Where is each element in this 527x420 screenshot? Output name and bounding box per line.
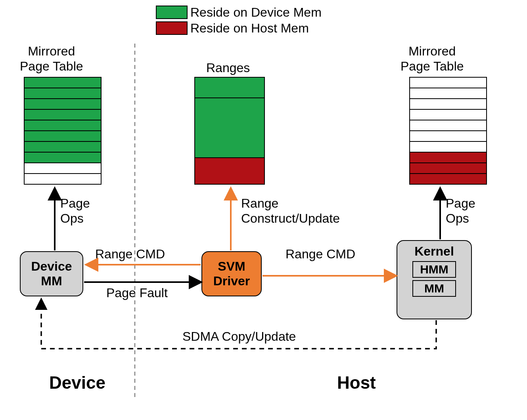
right-table-row <box>410 98 486 109</box>
kernel-sub-hmm: HMM <box>412 261 456 278</box>
left-page-table <box>24 77 102 185</box>
kernel-title: Kernel <box>414 244 454 259</box>
legend-swatch-device <box>156 6 188 19</box>
device-mm-line2: MM <box>41 274 62 288</box>
left-table-row <box>25 98 101 109</box>
range-construct-label: Range Construct/Update <box>241 196 340 226</box>
right-table-row <box>410 130 486 141</box>
device-mm-node: Device MM <box>20 251 83 296</box>
ranges-block <box>194 77 265 185</box>
right-table-title: Mirrored Page Table <box>401 44 464 74</box>
legend-swatch-host <box>156 21 188 35</box>
svm-driver-line2: Driver <box>213 274 250 288</box>
left-table-row <box>25 141 101 152</box>
right-table-row <box>410 78 486 88</box>
right-table-row <box>410 162 486 173</box>
ranges-title: Ranges <box>206 60 250 75</box>
right-table-row <box>410 152 486 162</box>
right-table-row <box>410 141 486 152</box>
ranges-segment <box>195 97 264 157</box>
ranges-segment <box>195 157 264 184</box>
sdma-label: SDMA Copy/Update <box>182 329 296 344</box>
right-table-row <box>410 109 486 120</box>
right-table-row <box>410 120 486 130</box>
right-table-row <box>410 173 486 184</box>
page-ops-left-label: Page Ops <box>60 196 90 226</box>
host-zone-label: Host <box>337 372 376 393</box>
right-page-table <box>409 77 487 185</box>
left-table-row <box>25 109 101 120</box>
legend-label-device: Reside on Device Mem <box>190 5 322 20</box>
left-table-row <box>25 88 101 98</box>
ranges-segment <box>195 78 264 97</box>
right-table-row <box>410 88 486 98</box>
left-table-row <box>25 130 101 141</box>
legend-label-host: Reside on Host Mem <box>190 21 309 36</box>
svm-driver-line1: SVM <box>218 259 245 274</box>
left-table-title: Mirrored Page Table <box>20 44 83 74</box>
left-table-row <box>25 162 101 173</box>
device-mm-line1: Device <box>31 259 72 274</box>
left-table-row <box>25 152 101 162</box>
kernel-node: Kernel HMM MM <box>397 240 472 319</box>
left-table-row <box>25 78 101 88</box>
left-table-row <box>25 120 101 130</box>
left-table-row <box>25 173 101 184</box>
range-cmd-left-label: Range CMD <box>95 246 165 262</box>
page-fault-label: Page Fault <box>106 285 168 300</box>
device-zone-label: Device <box>49 372 105 393</box>
page-ops-right-label: Page Ops <box>446 196 475 226</box>
svm-driver-node: SVM Driver <box>201 251 262 296</box>
range-cmd-right-label: Range CMD <box>286 246 355 262</box>
kernel-sub-mm: MM <box>412 280 456 297</box>
